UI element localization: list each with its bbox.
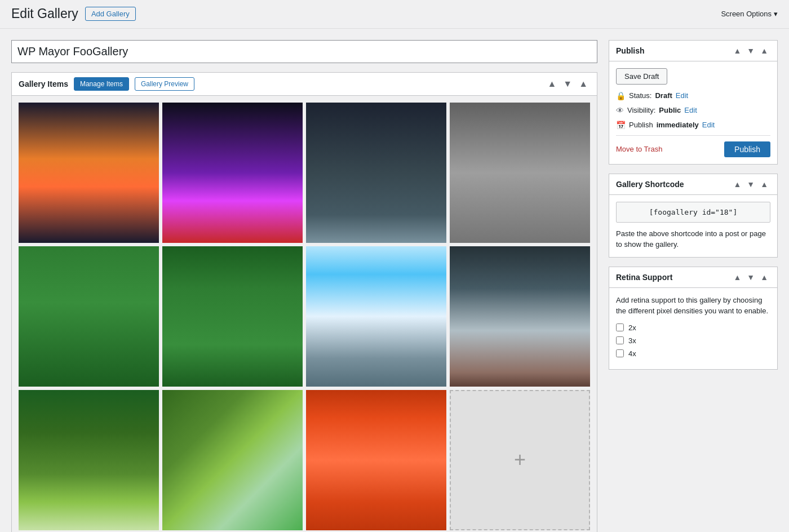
retina-checkbox-4x[interactable] (616, 349, 624, 357)
shortcode-toggle-btn[interactable]: ▲ (758, 179, 770, 190)
publish-metabox-header: Publish ▲ ▼ ▲ (609, 41, 777, 61)
visibility-label: Visibility: (627, 106, 655, 114)
shortcode-metabox-header: Gallery Shortcode ▲ ▼ ▲ (609, 174, 777, 195)
top-bar: Edit Gallery Add Gallery Screen Options … (0, 0, 789, 29)
publish-when-value: immediately (657, 121, 699, 129)
right-column: Publish ▲ ▼ ▲ Save Draft 🔒 Status: Draft… (609, 40, 778, 370)
shortcode-help-text: Paste the above shortcode into a post or… (616, 228, 770, 250)
publish-toggle-btn[interactable]: ▲ (758, 45, 770, 56)
publish-metabox-controls: ▲ ▼ ▲ (731, 45, 770, 56)
publish-button[interactable]: Publish (724, 141, 770, 157)
gallery-panel-title: Gallery Items (19, 79, 68, 88)
publish-metabox-title: Publish (616, 46, 645, 55)
retina-collapse-down-btn[interactable]: ▼ (744, 272, 757, 283)
gallery-panel-header: Gallery Items Manage Items Gallery Previ… (12, 73, 597, 96)
main-layout: Gallery Items Manage Items Gallery Previ… (0, 29, 789, 532)
add-image-cell[interactable]: + (450, 390, 590, 530)
shortcode-metabox: Gallery Shortcode ▲ ▼ ▲ [foogallery id="… (609, 174, 778, 258)
publish-collapse-down-btn[interactable]: ▼ (744, 45, 757, 56)
gallery-image[interactable] (450, 103, 590, 243)
gallery-title-input[interactable] (11, 40, 597, 63)
gallery-image[interactable] (19, 103, 159, 243)
tab-manage-items[interactable]: Manage Items (74, 77, 129, 91)
retina-option-4x: 4x (616, 349, 770, 358)
panel-collapse-up-btn[interactable]: ▲ (545, 78, 558, 90)
gallery-image[interactable] (450, 246, 590, 387)
gallery-panel-title-area: Gallery Items Manage Items Gallery Previ… (19, 77, 194, 91)
panel-collapse-down-btn[interactable]: ▼ (561, 78, 574, 90)
retina-option-3x: 3x (616, 336, 770, 345)
gallery-image[interactable] (306, 246, 446, 387)
publish-metabox: Publish ▲ ▼ ▲ Save Draft 🔒 Status: Draft… (609, 40, 778, 165)
publish-metabox-body: Save Draft 🔒 Status: Draft Edit 👁 Visibi… (609, 61, 777, 164)
screen-options-button[interactable]: Screen Options ▾ (721, 10, 778, 18)
page-title: Edit Gallery (11, 6, 78, 23)
gallery-image[interactable] (19, 246, 159, 387)
publish-footer: Move to Trash Publish (616, 141, 770, 157)
gallery-grid-wrapper: + (12, 96, 597, 532)
screen-options-label: Screen Options (721, 10, 772, 18)
retina-label-2x: 2x (628, 323, 636, 332)
retina-label-4x: 4x (628, 349, 636, 358)
retina-metabox-title: Retina Support (616, 273, 672, 282)
retina-checkbox-2x[interactable] (616, 323, 624, 331)
shortcode-collapse-up-btn[interactable]: ▲ (731, 179, 743, 190)
publish-label: Publish (629, 121, 653, 129)
gallery-image[interactable] (162, 103, 303, 243)
visibility-icon: 👁 (616, 106, 624, 115)
tab-gallery-preview[interactable]: Gallery Preview (135, 77, 194, 91)
gallery-image[interactable] (162, 246, 303, 387)
retina-description: Add retina support to this gallery by ch… (616, 295, 770, 317)
gallery-panel: Gallery Items Manage Items Gallery Previ… (11, 72, 597, 532)
retina-metabox-header: Retina Support ▲ ▼ ▲ (609, 267, 777, 288)
retina-checkbox-3x[interactable] (616, 336, 624, 344)
retina-collapse-up-btn[interactable]: ▲ (731, 272, 743, 283)
retina-option-2x: 2x (616, 323, 770, 332)
publish-collapse-up-btn[interactable]: ▲ (731, 45, 743, 56)
panel-toggle-btn[interactable]: ▲ (577, 78, 590, 90)
retina-metabox: Retina Support ▲ ▼ ▲ Add retina support … (609, 267, 778, 370)
shortcode-collapse-down-btn[interactable]: ▼ (744, 179, 757, 190)
gallery-grid: + (19, 103, 590, 530)
chevron-down-icon: ▾ (774, 10, 778, 18)
visibility-edit-link[interactable]: Edit (684, 106, 697, 114)
gallery-image[interactable] (306, 103, 446, 243)
gallery-panel-controls: ▲ ▼ ▲ (545, 78, 590, 90)
status-label: Status: (629, 91, 651, 100)
move-to-trash-link[interactable]: Move to Trash (616, 145, 662, 153)
left-column: Gallery Items Manage Items Gallery Previ… (11, 40, 597, 532)
retina-metabox-controls: ▲ ▼ ▲ (731, 272, 770, 283)
publish-edit-link[interactable]: Edit (702, 121, 715, 129)
shortcode-metabox-title: Gallery Shortcode (616, 180, 684, 189)
calendar-icon: 📅 (616, 121, 626, 130)
gallery-image[interactable] (306, 390, 446, 530)
retina-toggle-btn[interactable]: ▲ (758, 272, 770, 283)
publish-when-row: 📅 Publish immediately Edit (616, 121, 770, 130)
save-draft-button[interactable]: Save Draft (616, 68, 667, 85)
status-row: 🔒 Status: Draft Edit (616, 91, 770, 100)
page-title-area: Edit Gallery Add Gallery (11, 6, 136, 23)
gallery-image[interactable] (162, 390, 303, 530)
shortcode-metabox-body: [foogallery id="18"] Paste the above sho… (609, 195, 777, 257)
visibility-value: Public (659, 106, 681, 114)
shortcode-metabox-controls: ▲ ▼ ▲ (731, 179, 770, 190)
shortcode-code[interactable]: [foogallery id="18"] (616, 202, 770, 223)
retina-options: 2x3x4x (616, 323, 770, 358)
publish-divider (616, 135, 770, 136)
retina-label-3x: 3x (628, 336, 636, 345)
status-edit-link[interactable]: Edit (676, 91, 688, 100)
status-value: Draft (655, 91, 672, 100)
retina-metabox-body: Add retina support to this gallery by ch… (609, 288, 777, 369)
status-icon: 🔒 (616, 91, 626, 100)
gallery-image[interactable] (19, 390, 159, 530)
add-gallery-button[interactable]: Add Gallery (85, 7, 136, 21)
visibility-row: 👁 Visibility: Public Edit (616, 106, 770, 115)
